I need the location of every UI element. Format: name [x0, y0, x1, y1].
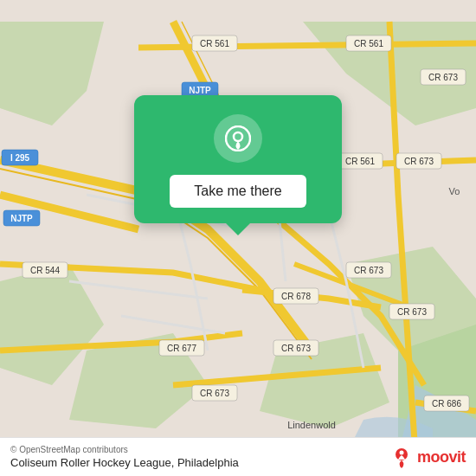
svg-text:CR 673: CR 673 [354, 266, 383, 275]
svg-text:CR 673: CR 673 [404, 157, 434, 166]
svg-text:I 295: I 295 [10, 153, 30, 163]
svg-text:Lindenwold: Lindenwold [287, 420, 336, 430]
location-pin-icon [225, 125, 251, 151]
moovit-logo: moovit [389, 445, 466, 469]
svg-text:CR 673: CR 673 [281, 344, 311, 353]
svg-text:Vo: Vo [449, 186, 460, 196]
svg-text:CR 544: CR 544 [30, 266, 60, 275]
svg-text:CR 561: CR 561 [200, 39, 229, 48]
svg-text:CR 673: CR 673 [397, 307, 427, 317]
svg-text:CR 677: CR 677 [167, 344, 196, 353]
svg-text:CR 561: CR 561 [354, 39, 383, 48]
popup-card: Take me there [134, 95, 342, 223]
svg-point-43 [234, 132, 242, 141]
svg-text:CR 673: CR 673 [428, 73, 458, 82]
osm-credit: © OpenStreetMap contributors [10, 445, 239, 454]
bottom-bar: © OpenStreetMap contributors Coliseum Ro… [0, 437, 476, 476]
svg-text:CR 678: CR 678 [281, 292, 311, 301]
take-me-there-button[interactable]: Take me there [170, 175, 306, 208]
moovit-text: moovit [417, 448, 466, 466]
map-container: CR 561 CR 561 NJTP I 295 NJTP CR 673 CR … [0, 0, 476, 476]
bottom-left-info: © OpenStreetMap contributors Coliseum Ro… [10, 445, 239, 469]
location-label: Coliseum Roller Hockey League, Philadelp… [10, 456, 239, 469]
svg-point-45 [399, 451, 403, 455]
svg-text:NJTP: NJTP [10, 214, 33, 223]
svg-text:CR 561: CR 561 [345, 157, 375, 166]
moovit-icon [389, 445, 414, 469]
svg-text:CR 673: CR 673 [200, 389, 229, 398]
svg-text:NJTP: NJTP [189, 86, 211, 95]
location-icon-wrapper [214, 114, 262, 163]
svg-text:CR 686: CR 686 [432, 399, 461, 408]
map-background: CR 561 CR 561 NJTP I 295 NJTP CR 673 CR … [0, 0, 476, 476]
